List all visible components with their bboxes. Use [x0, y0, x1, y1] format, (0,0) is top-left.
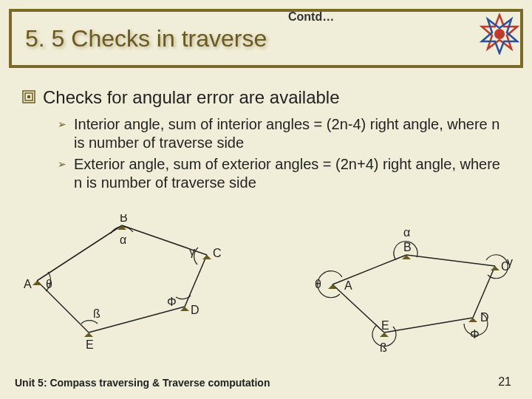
vertex-label: A	[344, 279, 352, 292]
contd-label: Contd…	[288, 10, 334, 24]
svg-marker-13	[202, 255, 211, 259]
sub-bullets: ➢ Interior angle, sum of interior angles…	[58, 115, 510, 192]
vertex-label: A	[24, 278, 32, 290]
main-bullet: Checks for angular error are available	[22, 87, 510, 108]
svg-line-10	[37, 281, 89, 332]
svg-line-17	[406, 255, 495, 266]
vertex-label: B	[403, 241, 412, 253]
svg-rect-5	[27, 95, 30, 98]
svg-line-19	[384, 318, 473, 332]
svg-line-6	[37, 225, 122, 281]
diagram-svg: A B C D E θ α γ Φ ß	[15, 214, 517, 362]
vertex-label: C	[213, 247, 222, 259]
svg-marker-23	[491, 266, 499, 270]
sub-bullet-text: Interior angle, sum of interior angles =…	[74, 115, 510, 152]
vertex-label: D	[191, 304, 200, 316]
angle-label: Φ	[470, 328, 480, 341]
angle-label: α	[403, 226, 410, 239]
svg-point-2	[494, 29, 505, 39]
svg-marker-11	[33, 281, 41, 285]
vertex-label: E	[86, 338, 94, 351]
vertex-label: D	[480, 311, 489, 324]
angle-label: θ	[315, 278, 321, 290]
sub-bullet: ➢ Exterior angle, sum of exterior angles…	[58, 155, 510, 192]
footer-text: Unit 5: Compass traversing & Traverse co…	[15, 377, 270, 389]
star-logo-icon	[479, 13, 520, 55]
sub-bullet: ➢ Interior angle, sum of interior angles…	[58, 115, 510, 152]
diagram-right: A B C D E θ α γ Φ ß	[315, 226, 513, 354]
diagrams-area: A B C D E θ α γ Φ ß	[15, 214, 517, 362]
angle-label: θ	[46, 278, 52, 290]
svg-marker-25	[380, 332, 389, 337]
arrow-bullet-icon: ➢	[58, 158, 66, 170]
svg-line-9	[89, 307, 185, 332]
sub-bullet-text: Exterior angle, sum of exterior angles =…	[74, 155, 510, 192]
page-number: 21	[498, 375, 511, 389]
content-area: Checks for angular error are available ➢…	[22, 87, 510, 195]
square-bullet-icon	[22, 90, 35, 103]
svg-line-18	[473, 266, 495, 318]
arrow-bullet-icon: ➢	[58, 118, 66, 130]
vertex-label: B	[120, 214, 128, 224]
page-title: 5. 5 Checks in traverse	[25, 25, 267, 52]
diagram-left: A B C D E θ α γ Φ ß	[24, 214, 222, 351]
svg-marker-15	[84, 332, 93, 337]
angle-label: α	[120, 233, 126, 246]
angle-label: γ	[507, 256, 513, 268]
title-box: 5. 5 Checks in traverse	[9, 9, 523, 68]
angle-label: γ	[189, 245, 195, 258]
angle-label: ß	[93, 307, 100, 320]
vertex-label: E	[381, 319, 389, 332]
angle-label: ß	[380, 341, 387, 354]
main-bullet-text: Checks for angular error are available	[43, 87, 340, 108]
angle-label: Φ	[167, 296, 177, 308]
